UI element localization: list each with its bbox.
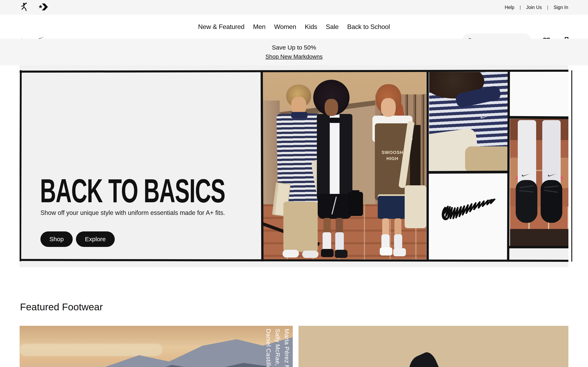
panel-divider	[426, 70, 429, 261]
explore-button[interactable]: Explore	[76, 231, 115, 247]
leg	[336, 218, 343, 234]
leg	[323, 218, 331, 234]
credit-line: Sally McRae,	[273, 329, 282, 367]
white-sneaker	[302, 250, 319, 258]
sea-glow	[20, 344, 163, 356]
cream-tote-bag	[405, 185, 426, 228]
converse-star-chevron-logo[interactable]	[38, 3, 49, 12]
menu-men[interactable]: Men	[253, 23, 265, 31]
black-handbag	[348, 192, 363, 216]
hero-headline: BACK TO BASICS	[40, 172, 225, 210]
bow-tie	[329, 118, 340, 123]
swoosh-logo-on-shirt	[481, 115, 490, 119]
white-sneaker	[393, 248, 406, 256]
next-slide-frame-edge	[571, 70, 572, 262]
credit-line: Daniel Castillo	[264, 329, 273, 367]
panel-divider	[508, 116, 568, 119]
hero-frame-bottom	[20, 259, 568, 262]
help-link[interactable]: Help	[505, 5, 514, 10]
white-sneaker	[283, 250, 299, 258]
white-sneaker	[380, 247, 392, 256]
khaki-shorts	[465, 146, 508, 171]
hand-drawn-swoosh-icon	[439, 196, 498, 226]
white-sock	[381, 234, 389, 249]
panel-divider	[427, 171, 510, 174]
shoe-toe	[399, 350, 456, 367]
white-panel	[510, 72, 568, 116]
menu-kids[interactable]: Kids	[305, 23, 317, 31]
black-shoe	[335, 250, 347, 258]
panel-divider	[507, 70, 510, 261]
promo-banner: Save Up to 50% Shop New Markdowns	[0, 39, 588, 65]
swoosh-on-sock	[548, 174, 556, 177]
credit-line: Marta Pérez M	[282, 329, 292, 367]
swoosh-on-sock	[522, 174, 530, 177]
menu-women[interactable]: Women	[274, 23, 296, 31]
nail	[560, 176, 563, 180]
leg	[382, 218, 389, 235]
hero-photo-students: SWOOSH HIGH	[262, 72, 426, 259]
menu-new-featured[interactable]: New & Featured	[198, 23, 244, 31]
hero-frame-left	[20, 70, 22, 261]
white-sock	[394, 234, 402, 249]
navy-shorts	[378, 196, 408, 219]
scribble-swoosh-panel	[429, 174, 508, 259]
menu-back-to-school[interactable]: Back to School	[347, 23, 390, 31]
black-skirt	[318, 194, 352, 219]
panel-divider	[508, 246, 568, 248]
sign-in-link[interactable]: Sign In	[553, 5, 568, 10]
black-vest	[317, 114, 352, 200]
jordan-jumpman-logo[interactable]	[20, 2, 27, 12]
topbar-separator: |	[547, 5, 548, 10]
promo-title: Save Up to 50%	[272, 44, 316, 51]
person-face	[381, 98, 396, 117]
hero-back-to-basics[interactable]: BACK TO BASICS Show off your unique styl…	[20, 65, 568, 267]
knee-sock	[323, 232, 331, 251]
main-navbar: New & Featured Men Women Kids Sale Back …	[0, 15, 588, 39]
person-face	[325, 99, 338, 116]
athlete-credits: Marta Pérez M Sally McRae, Daniel Castil…	[264, 329, 292, 367]
topbar-separator: |	[520, 5, 521, 10]
knee-sock	[335, 232, 344, 251]
hero-photo-socks-sneakers	[510, 119, 568, 246]
black-shoe	[321, 249, 334, 257]
leg	[394, 218, 401, 235]
khaki-pants	[283, 202, 318, 252]
featured-footwear-heading: Featured Footwear	[20, 301, 103, 313]
top-utility-bar: Help | Join Us | Sign In	[0, 0, 588, 15]
hero-photo-striped-shirt	[429, 72, 508, 171]
polo-collar	[291, 112, 307, 118]
hero-subtext: Show off your unique style with uniform …	[40, 209, 225, 216]
menu-sale[interactable]: Sale	[326, 23, 339, 31]
featured-card-shoe[interactable]	[298, 326, 568, 367]
featured-card-trail-running[interactable]: Marta Pérez M Sally McRae, Daniel Castil…	[20, 326, 293, 367]
shoe-shadow	[510, 229, 568, 246]
shop-button[interactable]: Shop	[40, 231, 73, 247]
promo-markdowns-link[interactable]: Shop New Markdowns	[265, 53, 323, 60]
join-us-link[interactable]: Join Us	[526, 5, 542, 10]
